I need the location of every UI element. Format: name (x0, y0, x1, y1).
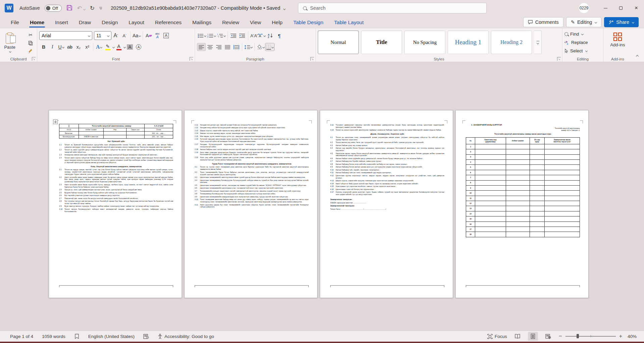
tab-mailings[interactable]: Mailings (188, 17, 216, 29)
tab-file[interactable]: File (6, 17, 24, 29)
tab-table-design[interactable]: Table Design (289, 17, 328, 29)
style-card-no-spacing[interactable]: No Spacing (404, 31, 445, 54)
cell-position[interactable] (506, 165, 530, 170)
character-shading-button[interactable]: A (126, 43, 134, 51)
zoom-track[interactable] (565, 336, 616, 336)
cell-date[interactable] (530, 165, 545, 170)
zoom-level[interactable]: 40% (628, 334, 637, 339)
justify-button[interactable] (223, 43, 232, 51)
editing-menu-button[interactable]: ✎ Editing (566, 17, 602, 27)
cell-date[interactable] (530, 216, 545, 222)
multilevel-list-button[interactable]: 1ai (216, 32, 226, 40)
cell-position[interactable] (506, 191, 530, 196)
cell-signature[interactable] (545, 206, 580, 211)
style-card-heading1[interactable]: Heading 1 (448, 31, 489, 54)
cell-date[interactable] (530, 155, 545, 160)
search-input[interactable]: Search (298, 3, 487, 13)
cell-name[interactable] (475, 201, 506, 206)
cell-name[interactable] (475, 155, 506, 160)
cell-name[interactable] (475, 170, 506, 175)
font-dialog-launcher[interactable]: ↘ (190, 57, 193, 61)
account-avatar[interactable]: 0229 (579, 3, 589, 13)
cell-signature[interactable] (545, 216, 580, 222)
approval-table[interactable]: Тогоочийн аюулгүй ажиллагааны заавар А.А… (59, 124, 173, 139)
style-card-title[interactable]: Title (361, 31, 402, 54)
accessibility-status[interactable]: Accessibility: Good to go (158, 334, 214, 339)
tab-review[interactable]: Review (217, 17, 244, 29)
tab-design[interactable]: Design (97, 17, 122, 29)
document-page-3[interactable]: 3.12Түгээмэл дамжуулагч машины залгийн м… (320, 110, 453, 298)
copy-button[interactable] (26, 39, 35, 47)
align-center-button[interactable] (206, 43, 214, 51)
cell-name[interactable] (475, 222, 506, 227)
registry-table[interactable]: № Ажилтаны нэр (дармалаар) Албан тушаал … (466, 137, 580, 144)
font-size-select[interactable]: 11 (94, 31, 111, 40)
undo-button[interactable]: ↶ (77, 5, 85, 12)
paste-button[interactable]: Paste (2, 31, 17, 55)
cell-date[interactable] (530, 191, 545, 196)
cell-date[interactable] (530, 160, 545, 165)
shrink-font-button[interactable]: Aˇ (120, 32, 129, 40)
document-page-2[interactable]: 2.11Хөлдөөгчин доторх цас, мөсний зузаан… (184, 110, 317, 298)
styles-dialog-launcher[interactable]: ↘ (557, 57, 561, 61)
tab-table-layout[interactable]: Table Layout (330, 17, 368, 29)
word-logo-icon[interactable]: W (5, 4, 13, 12)
cell-position[interactable] (506, 196, 530, 201)
cell-date[interactable] (530, 144, 545, 149)
page-indicator[interactable]: Page 1 of 4 (10, 334, 33, 339)
document-canvas[interactable]: Тогоочийн аюулгүй ажиллагааны заавар А.А… (0, 62, 644, 331)
cell-position[interactable] (506, 216, 530, 222)
cell-signature[interactable] (545, 160, 580, 165)
cell-signature[interactable] (545, 144, 580, 149)
cell-date[interactable] (530, 181, 545, 186)
font-name-select[interactable]: Arial (39, 31, 92, 40)
cell-signature[interactable] (545, 170, 580, 175)
table-move-handle[interactable] (53, 119, 58, 124)
tab-home[interactable]: Home (25, 17, 49, 29)
zoom-in-button[interactable]: + (619, 333, 622, 339)
share-button[interactable]: Share (604, 17, 639, 27)
sort-button[interactable]: AZ (266, 32, 275, 40)
underline-button[interactable]: U (57, 43, 65, 51)
cell-date[interactable] (530, 196, 545, 201)
decrease-indent-button[interactable] (229, 32, 238, 40)
cell-name[interactable] (475, 206, 506, 211)
document-page-4[interactable]: 1. ЗААВАРЧИЛГААНЫ БҮРТГЭЛ Тогоочийн аюул… (455, 110, 589, 298)
paragraph-dialog-launcher[interactable]: ↘ (310, 57, 314, 61)
increase-indent-button[interactable] (238, 32, 247, 40)
line-spacing-button[interactable] (244, 43, 253, 51)
save-button[interactable] (66, 5, 72, 12)
proofing-icon[interactable] (74, 334, 80, 339)
document-title[interactable]: 202509_812db92a51e90babda91403e77320a07 … (111, 5, 285, 11)
cell-position[interactable] (506, 227, 530, 232)
cell-signature[interactable] (545, 186, 580, 191)
autosave-toggle[interactable]: Off (45, 5, 62, 12)
language-indicator[interactable]: English (United States) (88, 334, 135, 339)
cell-position[interactable] (506, 201, 530, 206)
cell-name[interactable] (475, 165, 506, 170)
cell-signature[interactable] (545, 211, 580, 216)
distributed-button[interactable] (232, 43, 241, 51)
zoom-handle[interactable] (577, 334, 579, 338)
cell-signature[interactable] (545, 222, 580, 227)
close-button[interactable]: × (629, 0, 644, 16)
style-card-heading2[interactable]: Heading 2 (491, 31, 532, 54)
cell-date[interactable] (530, 206, 545, 211)
text-predictions-icon[interactable] (143, 334, 149, 339)
read-mode-button[interactable] (512, 332, 523, 341)
strikethrough-button[interactable]: ab (65, 43, 74, 51)
subscript-button[interactable]: x₂ (74, 43, 83, 51)
restore-button[interactable] (613, 0, 629, 16)
tab-draw[interactable]: Draw (74, 17, 96, 29)
tab-layout[interactable]: Layout (124, 17, 149, 29)
cell-position[interactable] (506, 186, 530, 191)
format-painter-button[interactable] (26, 47, 35, 55)
addins-button[interactable]: Add-ins (605, 33, 630, 47)
cell-signature[interactable] (545, 232, 580, 237)
comments-button[interactable]: Comments (523, 17, 563, 27)
tab-references[interactable]: References (150, 17, 186, 29)
align-left-button[interactable] (197, 43, 206, 51)
numbering-button[interactable]: 123 (207, 32, 216, 40)
style-card-normal[interactable]: Normal (318, 31, 359, 54)
cell-position[interactable] (506, 160, 530, 165)
